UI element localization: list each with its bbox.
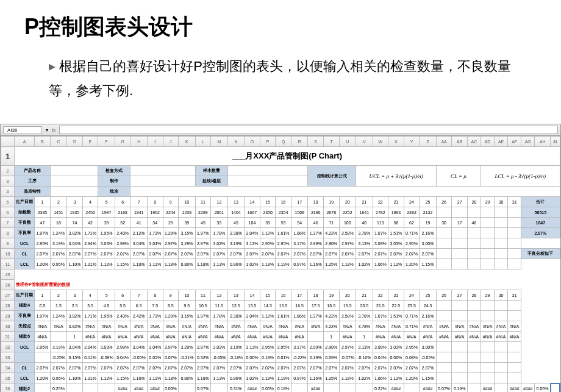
- data-cell[interactable]: 30: [495, 290, 508, 301]
- data-cell[interactable]: 2.07%: [308, 363, 324, 373]
- data-cell[interactable]: 0.01%: [147, 352, 163, 363]
- data-cell[interactable]: 6: [115, 290, 130, 301]
- data-cell[interactable]: 12: [211, 197, 228, 207]
- data-cell[interactable]: 1.18%: [339, 373, 356, 383]
- data-cell[interactable]: -0.09%: [98, 352, 115, 363]
- data-cell[interactable]: #N/A: [130, 332, 148, 342]
- data-cell[interactable]: [481, 238, 495, 249]
- data-cell[interactable]: 2.07%: [195, 249, 211, 259]
- data-cell[interactable]: 8: [147, 197, 163, 207]
- data-cell[interactable]: 24: [404, 290, 420, 301]
- col-header[interactable]: D: [67, 137, 83, 147]
- data-cell[interactable]: 2289: [195, 207, 211, 218]
- data-cell[interactable]: 2.95%: [260, 238, 276, 249]
- data-cell[interactable]: [481, 301, 495, 311]
- data-cell[interactable]: [211, 383, 228, 392]
- data-cell[interactable]: 3.19%: [50, 342, 67, 352]
- data-cell[interactable]: 2.97%: [163, 238, 179, 249]
- col-header[interactable]: AH: [535, 137, 551, 147]
- data-cell[interactable]: #N/A: [130, 321, 148, 332]
- data-cell[interactable]: -0.07%: [339, 352, 356, 363]
- data-cell[interactable]: 14: [245, 197, 260, 207]
- data-cell[interactable]: 3.13%: [245, 238, 260, 249]
- data-cell[interactable]: 1.97%: [195, 228, 211, 238]
- data-cell[interactable]: 35: [260, 218, 276, 228]
- data-cell[interactable]: 2.42%: [130, 311, 148, 321]
- data-cell[interactable]: 1.95%: [98, 311, 115, 321]
- data-cell[interactable]: #N/A: [339, 321, 356, 332]
- data-cell[interactable]: 9: [163, 290, 179, 301]
- data-cell[interactable]: [495, 228, 508, 238]
- data-cell[interactable]: 1.20%: [35, 373, 51, 383]
- col-header[interactable]: AI: [551, 137, 560, 147]
- data-cell[interactable]: #N/A: [82, 332, 98, 342]
- data-cell[interactable]: 18: [308, 197, 324, 207]
- data-cell[interactable]: 2.07%: [115, 249, 130, 259]
- data-cell[interactable]: 1.37%: [308, 228, 324, 238]
- data-cell[interactable]: 1.12%: [388, 259, 404, 269]
- data-cell[interactable]: 0.25%: [50, 383, 67, 392]
- data-cell[interactable]: 19.5: [339, 301, 356, 311]
- data-cell[interactable]: 3.78%: [356, 228, 373, 238]
- data-cell[interactable]: 2.07%: [339, 363, 356, 373]
- data-cell[interactable]: 1.12%: [98, 259, 115, 269]
- data-cell[interactable]: ####: [420, 383, 437, 392]
- data-cell[interactable]: 1.97%: [35, 228, 51, 238]
- data-cell[interactable]: [467, 383, 481, 392]
- data-cell[interactable]: 2.07%: [276, 249, 291, 259]
- data-cell[interactable]: 2.38%: [227, 311, 245, 321]
- data-cell[interactable]: ####: [521, 383, 535, 392]
- data-cell[interactable]: 1: [35, 197, 51, 207]
- col-header[interactable]: H: [130, 137, 148, 147]
- data-cell[interactable]: 2.07%: [420, 249, 437, 259]
- data-cell[interactable]: 2.07%: [227, 363, 245, 373]
- data-cell[interactable]: [179, 383, 196, 392]
- name-box[interactable]: AI36: [3, 126, 42, 134]
- data-cell[interactable]: 3.19%: [50, 238, 67, 249]
- data-cell[interactable]: 15.5: [276, 301, 291, 311]
- data-cell[interactable]: 29: [163, 218, 179, 228]
- data-cell[interactable]: 1.29%: [163, 311, 179, 321]
- data-cell[interactable]: 2.90%: [323, 238, 339, 249]
- data-cell[interactable]: 40: [356, 218, 373, 228]
- data-cell[interactable]: 0.16%: [452, 383, 468, 392]
- data-cell[interactable]: 3.19%: [227, 238, 245, 249]
- data-cell[interactable]: 2.07%: [308, 249, 324, 259]
- data-cell[interactable]: 3.15%: [179, 228, 196, 238]
- data-cell[interactable]: #N/A: [82, 321, 98, 332]
- data-cell[interactable]: 1.02%: [245, 259, 260, 269]
- data-cell[interactable]: 4: [82, 197, 98, 207]
- data-cell[interactable]: 2.04%: [245, 311, 260, 321]
- data-cell[interactable]: 1.24%: [50, 311, 67, 321]
- data-cell[interactable]: #N/A: [147, 332, 163, 342]
- data-cell[interactable]: 22: [373, 197, 388, 207]
- data-cell[interactable]: 4: [82, 290, 98, 301]
- data-cell[interactable]: 24: [404, 197, 420, 207]
- data-cell[interactable]: 31: [508, 197, 521, 207]
- data-cell[interactable]: 2354: [276, 207, 291, 218]
- data-cell[interactable]: 1.19%: [276, 373, 291, 383]
- data-cell[interactable]: [467, 373, 481, 383]
- data-cell[interactable]: 2168: [115, 207, 130, 218]
- data-cell[interactable]: 2.07%: [179, 249, 196, 259]
- data-cell[interactable]: 46: [308, 218, 324, 228]
- data-cell[interactable]: #N/A: [420, 332, 437, 342]
- data-cell[interactable]: 1.15%: [115, 259, 130, 269]
- data-cell[interactable]: 22: [373, 290, 388, 301]
- data-cell[interactable]: 1.95%: [98, 228, 115, 238]
- data-cell[interactable]: 3.09%: [373, 238, 388, 249]
- data-cell[interactable]: 2.07%: [82, 249, 98, 259]
- data-cell[interactable]: [508, 352, 521, 363]
- data-cell[interactable]: 1.12%: [388, 373, 404, 383]
- data-cell[interactable]: 0.01%: [276, 352, 291, 363]
- data-cell[interactable]: #N/A: [420, 321, 437, 332]
- col-header[interactable]: X: [388, 137, 404, 147]
- data-cell[interactable]: [404, 383, 420, 392]
- col-header[interactable]: Z: [420, 137, 437, 147]
- data-cell[interactable]: 2.94%: [82, 342, 98, 352]
- data-cell[interactable]: 0.86%: [179, 373, 196, 383]
- data-cell[interactable]: 2.07%: [211, 363, 228, 373]
- data-cell[interactable]: 2.07%: [420, 363, 437, 373]
- data-cell[interactable]: [467, 249, 481, 259]
- data-cell[interactable]: 2.40%: [115, 311, 130, 321]
